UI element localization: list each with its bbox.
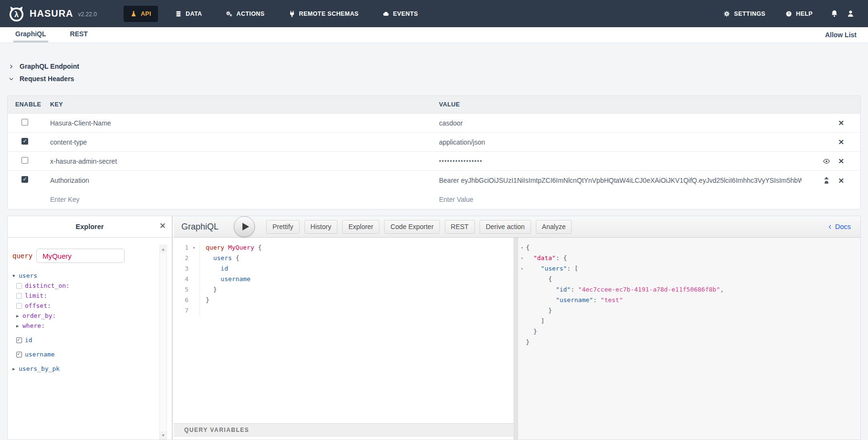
execute-query-button[interactable] <box>234 216 255 237</box>
editor-line-2[interactable]: 2 users { <box>174 253 513 263</box>
editor-line-6[interactable]: 6} <box>174 295 513 305</box>
nav-item-label: REMOTE SCHEMAS <box>299 10 359 17</box>
query-variables-editor[interactable] <box>174 437 513 440</box>
decode-jwt-button[interactable] <box>823 177 830 184</box>
remove-header-icon[interactable]: ✕ <box>838 177 844 184</box>
explorer-tree: ▼usersdistinct_on:limit:offset:▶order_by… <box>8 271 158 374</box>
pane-resize-handle[interactable] <box>513 238 518 440</box>
explorer-node-limit[interactable]: limit: <box>8 291 158 301</box>
field-checkbox[interactable] <box>16 303 22 309</box>
remove-header-icon[interactable]: ✕ <box>838 157 844 165</box>
nav-item-actions[interactable]: ACTIONS <box>219 6 271 22</box>
field-checkbox[interactable] <box>16 337 22 343</box>
history-button[interactable]: History <box>304 220 338 234</box>
field-checkbox[interactable] <box>16 293 22 299</box>
nav-item-settings[interactable]: SETTINGS <box>717 6 772 22</box>
new-header-value-input[interactable] <box>439 196 839 203</box>
nav-item-api[interactable]: API <box>124 6 158 22</box>
fold-arrow-icon[interactable]: ▾ <box>518 253 526 263</box>
header-value[interactable]: Bearer eyJhbGciOiJSUzI1NiIsImtpZCI6ImNlc… <box>439 177 802 184</box>
fold-arrow-icon[interactable]: ▾ <box>188 242 200 253</box>
header-enable-checkbox[interactable] <box>21 138 28 145</box>
request-headers-label: Request Headers <box>20 75 74 83</box>
graphql-endpoint-toggle[interactable]: GraphQL Endpoint <box>9 60 79 73</box>
user-icon <box>847 10 855 18</box>
field-checkbox[interactable] <box>16 352 22 357</box>
fold-arrow-icon[interactable]: ▾ <box>518 242 526 253</box>
analyze-button[interactable]: Analyze <box>536 220 572 234</box>
gear-icon <box>723 10 730 17</box>
remove-header-icon[interactable]: ✕ <box>838 138 844 146</box>
new-header-key-input[interactable] <box>50 196 412 203</box>
header-value[interactable]: casdoor <box>439 119 463 127</box>
editor-line-5[interactable]: 5 } <box>174 284 513 295</box>
fold-gutter <box>518 284 526 295</box>
primary-nav: APIDATAACTIONSREMOTE SCHEMASEVENTS <box>124 0 435 27</box>
scroll-up-icon[interactable]: ▲ <box>160 245 167 253</box>
header-key[interactable]: Authorization <box>50 177 89 184</box>
line-number: 5 <box>174 284 188 295</box>
remove-header-icon[interactable]: ✕ <box>838 119 844 126</box>
user-button[interactable] <box>842 10 858 18</box>
user-secret-icon <box>823 177 830 184</box>
prettify-button[interactable]: Prettify <box>266 220 300 234</box>
fold-gutter <box>518 326 526 337</box>
hasura-logo-icon[interactable]: λ <box>8 5 25 22</box>
header-key[interactable]: content-type <box>50 138 87 146</box>
allow-list-link[interactable]: Allow List <box>825 27 857 42</box>
header-enable-checkbox[interactable] <box>21 157 28 164</box>
collapse-arrow-icon[interactable]: ▼ <box>12 273 19 278</box>
chevron-left-icon <box>827 224 833 230</box>
operation-name-input[interactable] <box>36 249 125 263</box>
expand-arrow-icon[interactable]: ▶ <box>16 314 22 318</box>
explorer-node-username[interactable]: username <box>8 349 158 359</box>
reveal-secret-button[interactable] <box>823 157 830 165</box>
rest-button[interactable]: REST <box>445 220 475 234</box>
explorer-node-where[interactable]: ▶where: <box>8 321 158 331</box>
header-value[interactable]: application/json <box>439 138 485 146</box>
nav-item-events[interactable]: EVENTS <box>376 6 425 22</box>
explorer-close-icon[interactable]: ✕ <box>159 221 166 231</box>
query-editor[interactable]: 1▾query MyQuery {2 users {3 id4 username… <box>174 238 513 423</box>
explorer-node-id[interactable]: id <box>8 335 158 345</box>
expand-arrow-icon[interactable]: ▶ <box>12 367 19 371</box>
editor-line-3[interactable]: 3 id <box>174 263 513 274</box>
nav-item-remote-schemas[interactable]: REMOTE SCHEMAS <box>282 6 366 22</box>
nav-item-data[interactable]: DATA <box>168 6 209 22</box>
bell-button[interactable] <box>826 10 842 18</box>
explorer-node-distinct_on[interactable]: distinct_on: <box>8 281 158 291</box>
explorer-node-order_by[interactable]: ▶order_by: <box>8 311 158 321</box>
derive-action-button[interactable]: Derive action <box>480 220 531 234</box>
explorer-scrollbar[interactable]: ▲ ▼ <box>159 245 167 440</box>
docs-button[interactable]: Docs <box>827 223 851 230</box>
scroll-down-icon[interactable]: ▼ <box>160 431 167 439</box>
expand-arrow-icon[interactable]: ▶ <box>16 324 22 328</box>
explorer-node-users_by_pk[interactable]: ▶users_by_pk <box>8 364 158 374</box>
request-headers-toggle[interactable]: Request Headers <box>9 73 79 85</box>
header-key[interactable]: x-hasura-admin-secret <box>50 157 117 165</box>
node-label: offset: <box>25 302 51 309</box>
query-variables-bar[interactable]: QUERY VARIABLES <box>174 423 513 437</box>
fold-gutter <box>518 274 526 284</box>
cloud-icon <box>383 10 389 17</box>
version-label[interactable]: v2.22.0 <box>78 11 97 18</box>
tab-rest[interactable]: REST <box>68 27 90 42</box>
editor-line-1[interactable]: 1▾query MyQuery { <box>174 242 513 253</box>
fold-arrow-icon[interactable]: ▾ <box>518 263 526 274</box>
editor-line-4[interactable]: 4 username <box>174 274 513 284</box>
nav-item-help[interactable]: ?HELP <box>779 6 819 22</box>
explorer-node-offset[interactable]: offset: <box>8 301 158 311</box>
header-enable-checkbox[interactable] <box>21 119 28 126</box>
header-value[interactable]: •••••••••••••••• <box>439 158 482 165</box>
explorer-button[interactable]: Explorer <box>342 220 379 234</box>
header-key[interactable]: Hasura-Client-Name <box>50 119 111 127</box>
row-actions: ✕ <box>823 177 860 184</box>
explorer-node-users[interactable]: ▼users <box>8 271 158 281</box>
field-checkbox[interactable] <box>16 283 22 289</box>
response-line-2: ▾ "data": { <box>518 253 860 263</box>
tab-graphiql[interactable]: GraphiQL <box>13 27 48 42</box>
header-enable-checkbox[interactable] <box>21 176 28 183</box>
code-exporter-button[interactable]: Code Exporter <box>384 220 439 234</box>
editor-line-7[interactable]: 7 <box>174 305 513 316</box>
node-label: distinct_on: <box>25 282 70 289</box>
